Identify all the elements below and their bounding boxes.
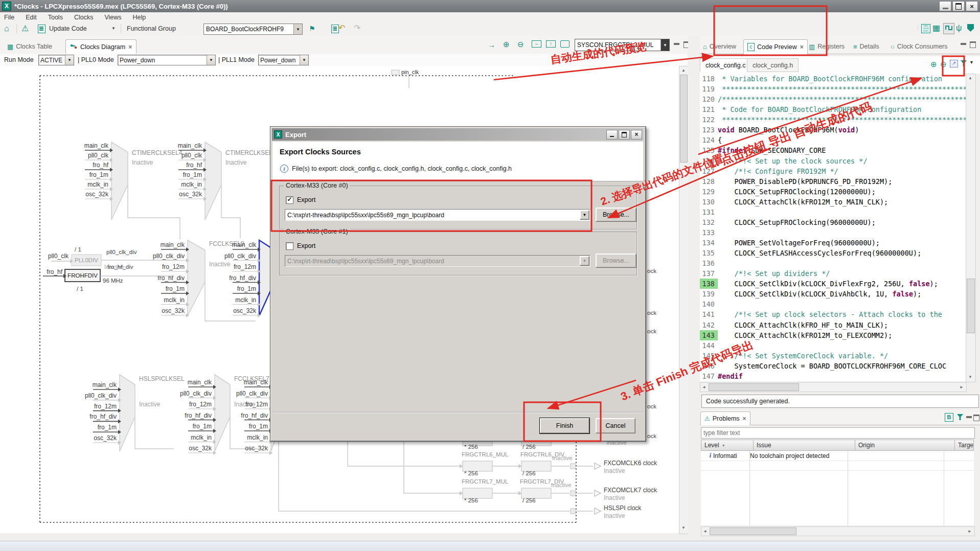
output-arrow-icon[interactable] (595, 490, 601, 496)
clocks-tool-icon[interactable] (943, 23, 954, 34)
tab-clocks-table[interactable]: ▦ Clocks Table (3, 40, 56, 53)
update-code-icon[interactable] (38, 25, 45, 33)
combo-arrow-icon[interactable]: ▼ (65, 55, 74, 65)
pane-divider[interactable] (688, 36, 700, 541)
combo-arrow-icon[interactable]: ▼ (300, 55, 308, 65)
binary-view-icon[interactable]: 100110100101 (921, 24, 930, 33)
pll1-mode-combo[interactable]: Power_down ▼ (258, 55, 309, 65)
home-icon[interactable]: ⌂ (4, 25, 9, 33)
problems-horizontal-scrollbar[interactable]: ◄ ► (701, 526, 975, 536)
menu-tools[interactable]: Tools (48, 14, 63, 21)
scroll-down-icon[interactable]: ▼ (680, 525, 687, 530)
code-vertical-scrollbar[interactable]: ▲ ▼ (966, 74, 976, 382)
filter-icon[interactable] (961, 60, 967, 66)
scroll-up-icon[interactable]: ▲ (967, 76, 974, 80)
tab-clock-config-h[interactable]: clock_config.h (747, 58, 799, 72)
frg-box[interactable] (463, 461, 492, 471)
tee-shield-icon[interactable] (967, 24, 974, 32)
scroll-up-icon[interactable]: ▲ (680, 68, 687, 73)
warning-icon[interactable]: ⚠ (21, 25, 29, 33)
maximize-view-icon[interactable] (970, 41, 976, 48)
window-close-button[interactable]: × (966, 1, 978, 11)
update-code-button[interactable]: Update Code (49, 25, 87, 32)
core1-export-checkbox[interactable] (286, 242, 293, 250)
functional-group-combo[interactable]: BOARD_BootClockFROHF9 ▼ (203, 24, 303, 35)
scrollbar-thumb[interactable] (680, 75, 688, 163)
tab-problems[interactable]: ⚠ Problems × (700, 411, 750, 425)
connection-node[interactable] (571, 464, 576, 469)
tab-clock-config-c[interactable]: clock_config.c (700, 58, 751, 72)
connection-node[interactable] (571, 509, 576, 514)
signal-selector-combo[interactable]: SYSCON.FRGCTRL2_MUL ▼ (575, 39, 670, 51)
mux-CTIMERCLKSEL3[interactable] (205, 142, 221, 220)
mux-FCCLKSEL3[interactable] (188, 240, 205, 316)
minimize-view-icon[interactable] (966, 416, 972, 418)
core0-path-combo[interactable]: C:\nxp\rt-thread\bsp\lpc55sxx\lpc55s69_m… (285, 209, 590, 221)
output-arrow-icon[interactable] (595, 463, 601, 469)
mux-HSLSPICLKSEL[interactable] (120, 375, 135, 451)
zoom-in-icon[interactable]: ⊕ (930, 60, 937, 69)
menu-file[interactable]: File (4, 14, 14, 21)
column-issue[interactable]: Issue (754, 440, 855, 451)
tab-clocks-diagram[interactable]: Clocks Diagram × (65, 39, 136, 55)
cancel-button[interactable]: Cancel (596, 418, 635, 433)
comment-icon[interactable] (560, 40, 569, 48)
scrollbar-thumb[interactable] (709, 383, 799, 391)
column-origin[interactable]: Origin (855, 440, 955, 451)
scroll-down-icon[interactable]: ▼ (967, 375, 974, 379)
close-icon[interactable]: × (743, 415, 746, 422)
tab-registers[interactable]: ▥ Registers (806, 40, 847, 53)
dialog-close-button[interactable]: × (631, 130, 642, 140)
scroll-right-icon[interactable]: ► (958, 385, 965, 389)
zoom-in-icon[interactable]: ⊕ (503, 40, 510, 49)
minimize-view-icon[interactable] (674, 43, 679, 45)
dialog-maximize-button[interactable] (619, 130, 630, 140)
window-minimize-button[interactable] (939, 1, 951, 11)
run-mode-combo[interactable]: ACTIVE ▼ (38, 55, 74, 65)
combo-arrow-icon[interactable]: ▼ (660, 39, 669, 51)
goto-arrow-icon[interactable]: → (488, 40, 495, 49)
menu-edit[interactable]: Edit (26, 14, 37, 21)
output-arrow-icon[interactable] (595, 508, 601, 514)
scroll-right-icon[interactable]: ► (966, 529, 973, 534)
update-code-dropdown-icon[interactable]: ▼ (111, 26, 116, 31)
close-icon[interactable]: × (800, 43, 804, 51)
scroll-left-icon[interactable]: ◄ (700, 385, 708, 389)
tab-code-preview[interactable]: c Code Preview × (743, 39, 808, 55)
frg-box[interactable] (463, 488, 492, 498)
problems-filter-input[interactable] (701, 427, 975, 439)
mux-CTIMERCLKSEL4[interactable] (111, 142, 128, 220)
pll0-mode-combo[interactable]: Power_down ▼ (118, 55, 216, 65)
minimize-view-icon[interactable] (961, 43, 966, 45)
connection-node[interactable] (571, 491, 576, 496)
undo-icon[interactable]: ↶ (338, 24, 345, 32)
mux-FCCLKSEL7[interactable] (215, 375, 230, 451)
filter-icon[interactable] (957, 414, 963, 420)
finish-button[interactable]: Finish (540, 418, 589, 433)
toggle-badges-icon[interactable]: B (945, 413, 953, 422)
table-row[interactable]: i Informati No toolchain project detecte… (701, 451, 974, 461)
zoom-out-icon[interactable]: ⊖ (940, 60, 947, 69)
core0-browse-button[interactable]: Browse... (596, 208, 636, 222)
close-icon[interactable]: × (128, 43, 132, 51)
scrollbar-thumb[interactable] (967, 279, 975, 333)
zoom-out-icon[interactable]: ⊖ (517, 40, 524, 49)
combo-arrow-icon[interactable]: ▼ (207, 55, 215, 65)
redo-icon[interactable]: ↷ (354, 24, 360, 32)
dialog-minimize-button[interactable] (606, 130, 618, 140)
export-code-icon[interactable]: ↗ (950, 60, 958, 67)
scrollbar-thumb[interactable] (710, 527, 796, 535)
column-target[interactable]: Targe (955, 440, 974, 451)
window-restore-button[interactable] (952, 1, 965, 11)
menu-clocks[interactable]: Clocks (74, 14, 94, 21)
flag-icon[interactable]: ⚑ (309, 25, 315, 33)
combo-arrow-icon[interactable]: ▼ (293, 24, 302, 34)
menu-caret-icon[interactable]: ▼ (969, 60, 974, 65)
tab-overview[interactable]: ⌂ Overview (700, 40, 739, 53)
column-level[interactable]: Level▼ (701, 440, 754, 451)
code-horizontal-scrollbar[interactable]: ◄ ► (700, 382, 967, 392)
tab-details[interactable]: ≡ Details (851, 40, 882, 53)
frg-box[interactable] (521, 461, 551, 471)
diagram-vertical-scrollbar[interactable]: ▲ ▼ (679, 66, 689, 534)
core0-export-checkbox[interactable]: ✓ (286, 196, 293, 204)
